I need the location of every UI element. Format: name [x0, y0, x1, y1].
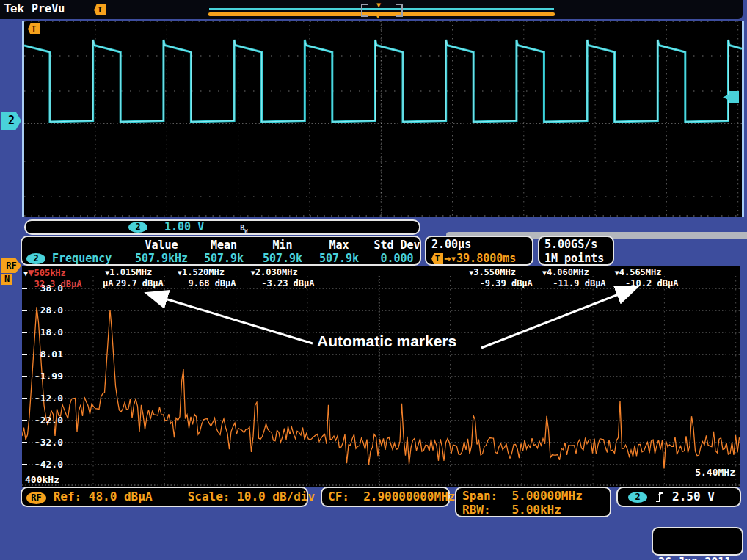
sample-rate: 5.00GS/s: [544, 238, 613, 252]
rf-scale-label: Scale:: [188, 490, 230, 503]
marker-amplitude: -9.39 dBµA: [469, 278, 533, 288]
trigger-t-icon: T: [94, 4, 106, 15]
ch2-trace: [24, 40, 742, 122]
rf-spectrum-plot: [22, 266, 740, 487]
trigger-t-icon-small: T: [431, 253, 443, 264]
measurement-max: 507.9k: [311, 252, 367, 265]
annotation-text: Automatic markers: [317, 332, 456, 350]
time-per-div: 2.00µs: [431, 238, 532, 252]
y-axis-tick-label: -12.0: [22, 393, 63, 404]
bandwidth-limit-icon: BW: [240, 224, 247, 232]
span-value: 5.00000MHz: [511, 489, 582, 503]
rf-reference-scale-readout[interactable]: RF Ref: 48.0 dBµA Scale: 10.0 dB/div: [21, 487, 308, 507]
marker-amplitude: -11.9 dBµA: [542, 278, 606, 288]
tek-logo: Tek: [4, 1, 24, 15]
marker-frequency: 4.060MHz: [547, 267, 589, 277]
ch2-scale-readout[interactable]: 2 1.00 V BW: [24, 219, 420, 235]
record-view-expansion-bar[interactable]: [208, 12, 555, 16]
rbw-label: RBW:: [462, 503, 491, 517]
measurement-table: Value Mean Min Max Std Dev 2 Frequency 5…: [21, 236, 421, 266]
auto-marker-readout: ▼3.550MHz -9.39 dBµA: [469, 267, 533, 288]
window-bracket-left-icon[interactable]: [361, 4, 368, 17]
y-axis-tick-label: 8.01: [22, 349, 63, 360]
y-axis-tick-label: 28.0: [22, 305, 63, 316]
rf-ref-label: Ref:: [54, 490, 82, 503]
record-view-waveform-line: [209, 8, 554, 10]
trigger-delay-value: 39.8000ms: [456, 252, 516, 266]
rf-trace: [22, 307, 740, 468]
acquisition-status: PreVu: [32, 2, 65, 15]
marker-amplitude: 9.68 dBµA: [178, 278, 236, 288]
ch2-volts-per-div: 1.00 V: [164, 220, 204, 233]
top-status-bar: TekPreVu T ▼ ▼: [0, 0, 743, 19]
rf-badge-icon: RF: [26, 492, 46, 504]
auto-marker-readout: ▼2.030MHz -3.23 dBµA: [251, 267, 315, 288]
y-axis-tick-label: -22.0: [22, 415, 63, 426]
auto-marker-readout: ▼4.060MHz -11.9 dBµA: [542, 267, 606, 288]
auto-marker-readout: ▼1.520MHz 9.68 dBµA: [178, 267, 236, 288]
marker-frequency: 1.015MHz: [109, 267, 152, 277]
trigger-position-icon: ▼: [376, 1, 381, 9]
col-header-value: Value: [129, 239, 194, 252]
measurement-min: 507.9k: [254, 252, 311, 265]
auto-marker-readout: ▼4.565MHz -10.2 dBµA: [615, 267, 679, 288]
marker-frequency: 4.565MHz: [619, 267, 662, 277]
y-axis-tick-label: 18.0: [22, 327, 63, 338]
cf-label: CF:: [328, 490, 349, 503]
rf-trace-badge[interactable]: RF: [1, 258, 21, 273]
measurement-stddev: 0.000: [367, 252, 427, 265]
ch2-waveform-plot: [24, 21, 742, 217]
rf-scale-value: 10.0 dB/div: [237, 490, 315, 503]
brand: TekPreVu: [4, 1, 65, 16]
rf-normal-trace-badge[interactable]: N: [1, 274, 12, 285]
col-header-min: Min: [254, 239, 311, 252]
oscilloscope-screen: TekPreVu T ▼ ▼ T 2 2 1.00 V BW Value Mea…: [0, 0, 747, 560]
marker-frequency: 2.030MHz: [255, 267, 298, 277]
span-rbw-readout[interactable]: Span: 5.00000MHzRBW: 5.00kHz: [455, 487, 611, 517]
marker-down-icon: ▼: [451, 252, 456, 266]
measurement-mean: 507.9k: [194, 252, 254, 265]
auto-marker-readout: ▼1.015MHz 29.7 dBµA: [105, 267, 163, 288]
acquisition-readout[interactable]: 5.00GS/s 1M points: [538, 236, 614, 266]
trigger-level-value: 2.50 V: [672, 488, 715, 506]
ch2-badge: 2: [128, 222, 147, 233]
record-length: 1M points: [544, 252, 613, 266]
ref-marker-amplitude: 32.3 dBµA: [23, 279, 81, 289]
meas-channel-badge: 2: [26, 253, 45, 264]
cf-value: 2.90000000MHz: [363, 490, 455, 503]
trigger-readout[interactable]: 2 2.50 V: [616, 487, 741, 507]
measurement-value: 507.9kHz: [129, 252, 194, 265]
start-frequency-label: 400kHz: [25, 474, 59, 485]
marker-amplitude: -3.23 dBµA: [251, 278, 315, 288]
rf-ref-value: 48.0 dBµA: [89, 490, 153, 503]
marker-frequency: 3.550MHz: [473, 267, 516, 277]
trigger-source-badge: 2: [628, 492, 647, 503]
arrow-right-icon: →: [444, 252, 451, 266]
time-domain-graticule: T: [22, 21, 744, 217]
y-axis-tick-label: -1.99: [22, 371, 63, 382]
ref-marker-frequency: 505kHz: [34, 268, 65, 278]
col-header-mean: Mean: [194, 239, 254, 252]
marker-amplitude: -10.2 dBµA: [615, 278, 679, 288]
expansion-point-icon: ▼: [375, 12, 381, 19]
window-bracket-right-icon[interactable]: [396, 4, 403, 17]
reference-marker-readout: ▼▼505kHz 32.3 dBµA: [23, 267, 81, 289]
stop-frequency-label: 5.40MHz: [695, 467, 735, 478]
col-header-max: Max: [311, 239, 367, 252]
amplitude-unit-label: µA: [103, 278, 113, 288]
measurement-name: Frequency: [52, 252, 112, 265]
horizontal-scale-readout[interactable]: 2.00µs T→▼39.8000ms: [425, 236, 533, 266]
measurement-row-frequency: 2 Frequency 507.9kHz 507.9k 507.9k 507.9…: [26, 252, 420, 265]
marker-frequency: 1.520MHz: [182, 267, 225, 277]
col-header-stddev: Std Dev: [367, 239, 427, 252]
marker-amplitude: 29.7 dBµA: [105, 278, 163, 288]
center-frequency-readout[interactable]: CF: 2.90000000MHz: [321, 487, 450, 507]
y-axis-tick-label: -32.0: [22, 437, 63, 448]
rf-spectrum-graticule: 38.028.018.08.01-1.99-12.0-22.0-32.0-42.…: [22, 266, 740, 487]
date-label: 26 Jun 2011: [658, 556, 742, 560]
datetime-readout: 26 Jun 2011 16:40:55: [652, 527, 743, 556]
trigger-delay-readout: T→▼39.8000ms: [431, 252, 532, 266]
ch2-ground-marker-icon[interactable]: 2: [1, 112, 21, 130]
rbw-value: 5.00kHz: [511, 503, 561, 517]
rising-edge-icon: [655, 490, 665, 503]
